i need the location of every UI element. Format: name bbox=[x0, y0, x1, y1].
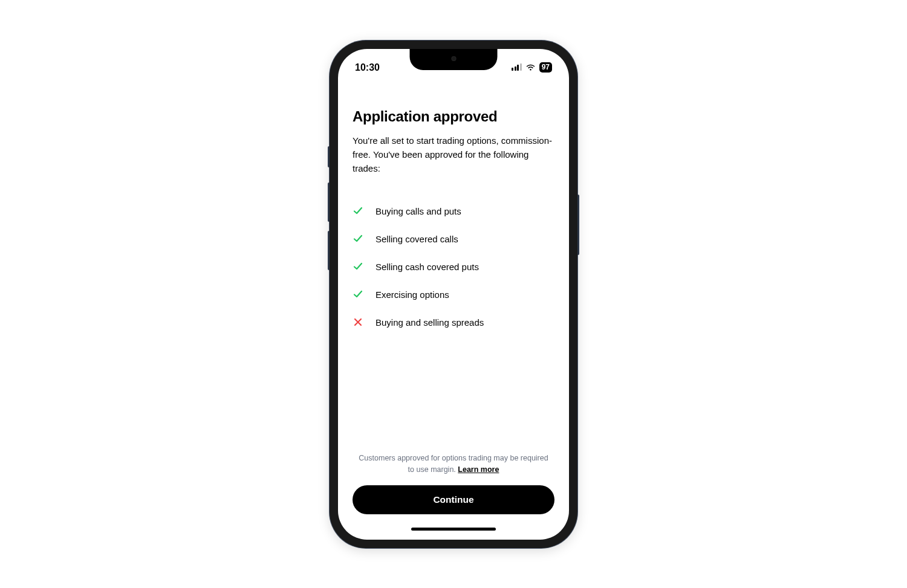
trade-item: Buying calls and puts bbox=[353, 205, 554, 216]
trade-item: Selling covered calls bbox=[353, 233, 554, 244]
phone-mute-switch bbox=[328, 146, 330, 167]
check-icon bbox=[353, 233, 363, 244]
trade-label: Buying calls and puts bbox=[375, 206, 461, 216]
trade-label: Selling cash covered puts bbox=[375, 262, 479, 272]
footer: Customers approved for options trading m… bbox=[353, 453, 554, 519]
disclaimer: Customers approved for options trading m… bbox=[353, 453, 554, 476]
notch bbox=[410, 49, 498, 70]
screen: 10:30 97 Application approved You're all… bbox=[338, 49, 569, 540]
trade-label: Selling covered calls bbox=[375, 234, 458, 244]
trade-label: Exercising options bbox=[375, 289, 449, 300]
trade-item: Buying and selling spreads bbox=[353, 317, 554, 328]
page-title: Application approved bbox=[353, 108, 554, 125]
trade-item: Exercising options bbox=[353, 289, 554, 300]
phone-volume-down bbox=[328, 231, 330, 270]
trade-list: Buying calls and puts Selling covered ca… bbox=[353, 205, 554, 328]
check-icon bbox=[353, 289, 363, 300]
continue-button[interactable]: Continue bbox=[353, 485, 554, 514]
phone-power-button bbox=[577, 195, 579, 255]
phone-volume-up bbox=[328, 183, 330, 222]
trade-label: Buying and selling spreads bbox=[375, 317, 484, 328]
home-indicator[interactable] bbox=[338, 519, 569, 540]
check-icon bbox=[353, 261, 363, 272]
content: Application approved You're all set to s… bbox=[338, 79, 569, 519]
page-subtitle: You're all set to start trading options,… bbox=[353, 134, 554, 176]
battery-indicator: 97 bbox=[539, 62, 552, 72]
wifi-icon bbox=[525, 63, 536, 71]
status-right: 97 bbox=[512, 62, 552, 72]
status-time: 10:30 bbox=[355, 62, 380, 73]
phone-frame: 10:30 97 Application approved You're all… bbox=[330, 40, 577, 548]
trade-item: Selling cash covered puts bbox=[353, 261, 554, 272]
check-icon bbox=[353, 205, 363, 216]
learn-more-link[interactable]: Learn more bbox=[458, 465, 499, 474]
home-indicator-bar bbox=[411, 528, 496, 531]
cellular-signal-icon bbox=[512, 63, 522, 71]
disclaimer-text: Customers approved for options trading m… bbox=[359, 454, 548, 474]
cross-icon bbox=[353, 317, 363, 328]
